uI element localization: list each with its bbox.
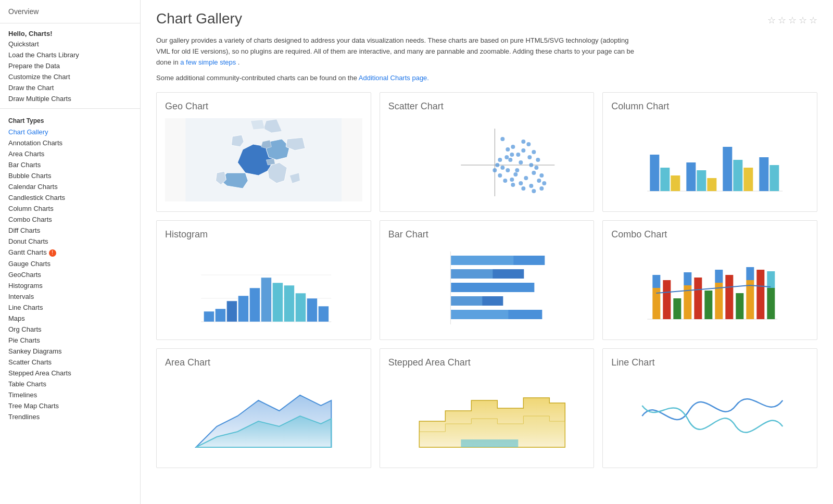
- svg-point-37: [511, 183, 515, 187]
- svg-rect-87: [705, 291, 713, 319]
- chart-card-area[interactable]: Area Chart: [156, 348, 371, 468]
- sidebar-overview-item[interactable]: Overview: [0, 0, 140, 23]
- svg-rect-59: [215, 309, 225, 322]
- chart-card-histogram[interactable]: Histogram: [156, 220, 371, 340]
- svg-point-5: [511, 145, 515, 149]
- sidebar-chart-type-link[interactable]: Chart Gallery: [0, 127, 140, 137]
- svg-rect-43: [650, 155, 660, 191]
- svg-rect-67: [307, 298, 317, 322]
- star-rating[interactable]: ☆ ☆ ☆ ☆ ☆: [767, 10, 817, 26]
- svg-point-38: [521, 186, 525, 191]
- star-3[interactable]: ☆: [788, 15, 797, 26]
- main-content: Chart Gallery ☆ ☆ ☆ ☆ ☆ Our gallery prov…: [141, 0, 833, 504]
- chart-card-line[interactable]: Line Chart: [602, 348, 817, 468]
- svg-point-36: [503, 179, 507, 183]
- sidebar-chart-type-link[interactable]: Annotation Charts: [0, 137, 140, 148]
- sidebar-chart-type-link[interactable]: Column Charts: [0, 203, 140, 214]
- svg-point-30: [510, 153, 514, 157]
- sidebar-chart-type-link[interactable]: Calendar Charts: [0, 181, 140, 192]
- star-1[interactable]: ☆: [767, 15, 776, 26]
- svg-rect-90: [736, 293, 744, 319]
- chart-card-title: Geo Chart: [165, 101, 362, 112]
- chart-card-title: Scatter Chart: [388, 101, 586, 112]
- main-description: Our gallery provides a variety of charts…: [156, 35, 635, 68]
- svg-rect-72: [451, 256, 513, 265]
- sidebar-link[interactable]: Customize the Chart: [0, 71, 140, 82]
- sidebar-link[interactable]: Load the Charts Library: [0, 49, 140, 60]
- sidebar-chart-type-link[interactable]: Stepped Area Charts: [0, 368, 140, 379]
- chart-card-geo[interactable]: Geo Chart: [156, 92, 371, 212]
- sidebar-chart-type-link[interactable]: Maps: [0, 313, 140, 324]
- sidebar-chart-type-link[interactable]: Gantt Charts!: [0, 247, 140, 258]
- sidebar-chart-type-link[interactable]: Timelines: [0, 389, 140, 400]
- sidebar-chart-type-link[interactable]: Tree Map Charts: [0, 400, 140, 411]
- svg-point-9: [526, 142, 531, 146]
- chart-card-title: Area Chart: [165, 357, 362, 368]
- sidebar-chart-type-link[interactable]: Bar Charts: [0, 159, 140, 170]
- sidebar-chart-type-link[interactable]: Histograms: [0, 280, 140, 291]
- sidebar-chart-type-link[interactable]: Pie Charts: [0, 335, 140, 346]
- description-text-1-end: .: [238, 58, 240, 66]
- svg-point-26: [542, 181, 546, 185]
- chart-card-combo[interactable]: Combo Chart: [602, 220, 817, 340]
- svg-rect-75: [451, 283, 534, 292]
- sidebar-chart-type-link[interactable]: Trendlines: [0, 411, 140, 422]
- svg-point-35: [498, 173, 502, 178]
- sidebar-chart-type-link[interactable]: Table Charts: [0, 379, 140, 389]
- sidebar-divider: [0, 108, 140, 109]
- chart-card-stepped-area[interactable]: Stepped Area Chart: [380, 348, 595, 468]
- svg-point-11: [508, 158, 512, 162]
- sidebar-chart-type-link[interactable]: Combo Charts: [0, 214, 140, 225]
- sidebar-chart-type-link[interactable]: Org Charts: [0, 324, 140, 335]
- additional-charts-link[interactable]: Additional Charts page.: [359, 74, 429, 82]
- svg-rect-74: [451, 269, 493, 279]
- sidebar-link[interactable]: Draw Multiple Charts: [0, 93, 140, 104]
- svg-point-12: [519, 160, 523, 165]
- svg-rect-86: [695, 278, 702, 319]
- sidebar-chart-type-link[interactable]: Sankey Diagrams: [0, 346, 140, 357]
- svg-rect-63: [261, 278, 271, 322]
- sidebar-chart-type-link[interactable]: Donut Charts: [0, 236, 140, 247]
- page-header: Chart Gallery ☆ ☆ ☆ ☆ ☆: [156, 10, 817, 27]
- chart-visual-bar: [388, 246, 586, 330]
- sidebar-chart-type-link[interactable]: Candlestick Charts: [0, 192, 140, 203]
- sidebar-chart-type-link[interactable]: Area Charts: [0, 148, 140, 159]
- chart-card-scatter[interactable]: Scatter Chart: [380, 92, 595, 212]
- chart-visual-combo: [611, 246, 809, 330]
- sidebar-chart-type-link[interactable]: Diff Charts: [0, 225, 140, 236]
- chart-visual-histogram: [165, 246, 362, 330]
- svg-point-31: [504, 155, 509, 159]
- page-title: Chart Gallery: [156, 10, 242, 27]
- svg-rect-89: [726, 275, 734, 319]
- chart-card-column[interactable]: Column Chart: [602, 92, 817, 212]
- chart-visual-column: [611, 118, 809, 201]
- chart-card-bar[interactable]: Bar Chart: [380, 220, 595, 340]
- svg-rect-62: [249, 288, 260, 322]
- sidebar-chart-type-link[interactable]: Bubble Charts: [0, 170, 140, 181]
- sidebar-link[interactable]: Draw the Chart: [0, 82, 140, 93]
- sidebar-link[interactable]: Quickstart: [0, 39, 140, 49]
- chart-card-title: Histogram: [165, 229, 362, 240]
- sidebar-chart-type-link[interactable]: Gauge Charts: [0, 258, 140, 269]
- svg-rect-53: [770, 165, 779, 191]
- svg-point-18: [532, 171, 536, 175]
- svg-rect-45: [671, 175, 680, 191]
- svg-rect-52: [760, 157, 769, 191]
- star-4[interactable]: ☆: [799, 15, 807, 26]
- svg-rect-95: [684, 272, 692, 285]
- svg-point-28: [527, 155, 532, 159]
- svg-point-27: [536, 158, 540, 162]
- sidebar-chart-type-link[interactable]: Line Charts: [0, 302, 140, 313]
- sidebar-link[interactable]: Prepare the Data: [0, 60, 140, 71]
- star-5[interactable]: ☆: [809, 15, 817, 26]
- svg-rect-97: [747, 267, 754, 280]
- chart-visual-stepped-area: [388, 374, 586, 458]
- sidebar-chart-type-link[interactable]: Scatter Charts: [0, 357, 140, 368]
- chart-visual-scatter: [388, 118, 586, 201]
- chart-visual-area: [165, 374, 362, 458]
- simple-steps-link[interactable]: a few simple steps: [180, 58, 236, 66]
- svg-point-17: [524, 176, 528, 180]
- sidebar-chart-type-link[interactable]: GeoCharts: [0, 269, 140, 280]
- sidebar-chart-type-link[interactable]: Intervals: [0, 291, 140, 302]
- star-2[interactable]: ☆: [778, 15, 786, 26]
